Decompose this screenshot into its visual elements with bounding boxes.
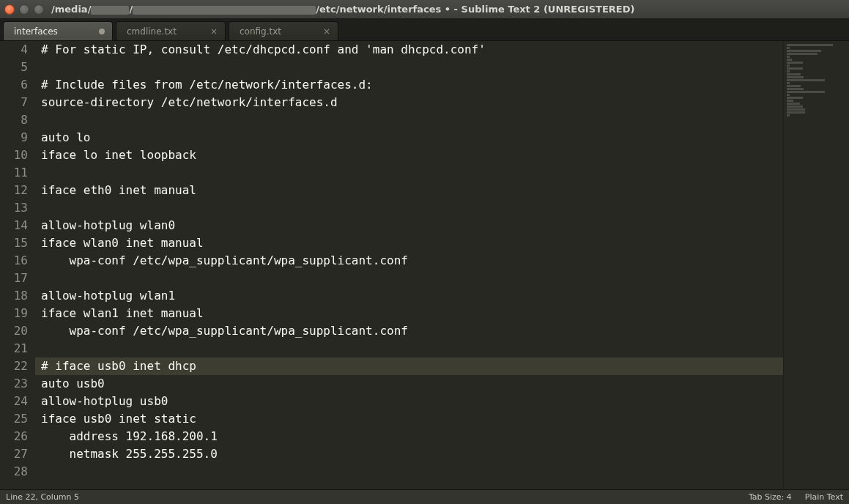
code-line[interactable]: wpa-conf /etc/wpa_supplicant/wpa_supplic… (41, 252, 783, 270)
tab-interfaces[interactable]: interfaces (3, 21, 113, 40)
code-line[interactable]: wpa-conf /etc/wpa_supplicant/wpa_supplic… (41, 322, 783, 340)
code-line[interactable]: allow-hotplug wlan1 (41, 287, 783, 305)
code-line[interactable] (41, 111, 783, 129)
line-number: 12 (0, 182, 28, 199)
line-number: 6 (0, 76, 28, 94)
status-position[interactable]: Line 22, Column 5 (6, 492, 79, 502)
line-number: 15 (0, 234, 28, 252)
code-line[interactable]: iface lo inet loopback (41, 147, 783, 164)
line-number-gutter: 4567891011121314151617181920212223242526… (0, 41, 35, 489)
line-number: 19 (0, 305, 28, 322)
tab-label: config.txt (240, 26, 281, 37)
line-number: 14 (0, 217, 28, 234)
code-line[interactable] (41, 164, 783, 182)
code-editor[interactable]: # For static IP, consult /etc/dhcpcd.con… (35, 41, 783, 489)
code-line[interactable] (41, 59, 783, 76)
minimap[interactable] (783, 41, 849, 489)
line-number: 7 (0, 94, 28, 111)
line-number: 18 (0, 287, 28, 305)
line-number: 25 (0, 410, 28, 428)
line-number: 11 (0, 164, 28, 182)
code-line[interactable]: iface eth0 inet manual (41, 182, 783, 199)
line-number: 26 (0, 428, 28, 445)
title-suffix: /etc/network/interfaces • - Sublime Text… (316, 4, 634, 15)
line-number: 28 (0, 463, 28, 481)
minimap-content (787, 44, 846, 117)
code-line[interactable]: address 192.168.200.1 (41, 428, 783, 445)
tab-config[interactable]: config.txt × (229, 21, 338, 40)
line-number: 8 (0, 111, 28, 129)
tab-bar: interfaces cmdline.txt × config.txt × (0, 19, 849, 41)
line-number: 27 (0, 445, 28, 463)
window-maximize-button[interactable] (34, 4, 44, 15)
line-number: 5 (0, 59, 28, 76)
line-number: 23 (0, 375, 28, 393)
code-line[interactable]: auto usb0 (41, 375, 783, 393)
status-bar: Line 22, Column 5 Tab Size: 4 Plain Text (0, 489, 849, 504)
code-line[interactable] (41, 270, 783, 287)
window-close-button[interactable] (4, 4, 15, 15)
code-line[interactable]: netmask 255.255.255.0 (41, 445, 783, 463)
line-number: 13 (0, 199, 28, 217)
code-line[interactable]: iface usb0 inet static (41, 410, 783, 428)
line-number: 17 (0, 270, 28, 287)
editor-area: 4567891011121314151617181920212223242526… (0, 41, 849, 489)
window-minimize-button[interactable] (19, 4, 29, 15)
tab-label: cmdline.txt (127, 26, 177, 37)
title-prefix: /media/ (51, 4, 91, 15)
tab-close-icon[interactable]: × (322, 26, 332, 37)
code-line[interactable]: allow-hotplug usb0 (41, 393, 783, 410)
line-number: 10 (0, 147, 28, 164)
line-number: 24 (0, 393, 28, 410)
status-syntax[interactable]: Plain Text (805, 492, 843, 502)
line-number: 16 (0, 252, 28, 270)
window-titlebar: /media///etc/network/interfaces • - Subl… (0, 0, 849, 19)
line-number: 22 (0, 357, 28, 375)
window-controls (4, 4, 44, 15)
status-tabsize[interactable]: Tab Size: 4 (749, 492, 792, 502)
code-line[interactable] (41, 463, 783, 481)
tab-label: interfaces (14, 26, 58, 37)
code-line[interactable]: iface wlan1 inet manual (41, 305, 783, 322)
code-line[interactable]: # For static IP, consult /etc/dhcpcd.con… (41, 41, 783, 59)
line-number: 21 (0, 340, 28, 357)
code-line[interactable]: allow-hotplug wlan0 (41, 217, 783, 234)
line-number: 4 (0, 41, 28, 59)
code-line[interactable] (41, 340, 783, 357)
code-line[interactable] (41, 199, 783, 217)
code-line[interactable]: source-directory /etc/network/interfaces… (41, 94, 783, 111)
tab-cmdline[interactable]: cmdline.txt × (116, 21, 226, 40)
window-title: /media///etc/network/interfaces • - Subl… (51, 4, 845, 15)
tab-close-icon[interactable]: × (209, 26, 219, 37)
code-line[interactable]: auto lo (41, 129, 783, 147)
tab-dirty-indicator (99, 29, 105, 34)
code-line[interactable]: # Include files from /etc/network/interf… (41, 76, 783, 94)
line-number: 20 (0, 322, 28, 340)
line-number: 9 (0, 129, 28, 147)
code-line[interactable]: iface wlan0 inet manual (41, 234, 783, 252)
